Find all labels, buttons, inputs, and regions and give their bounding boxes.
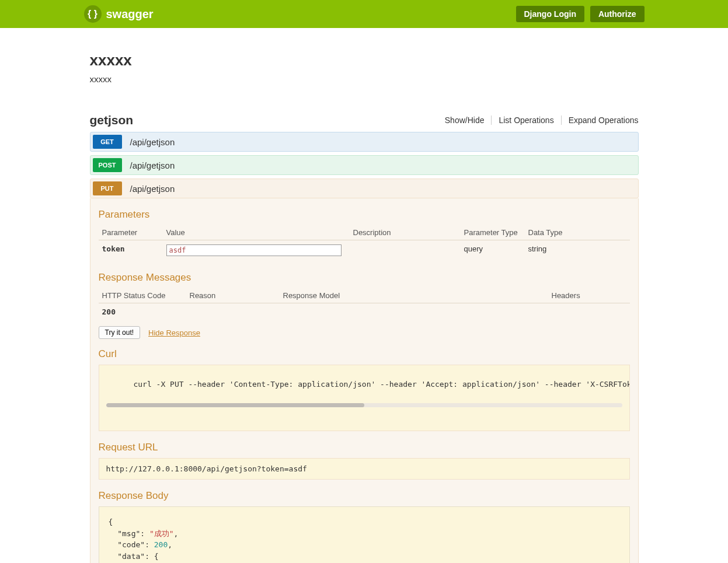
swagger-logo: { } swagger	[84, 5, 154, 23]
param-description	[350, 240, 461, 261]
operation-put-panel: Parameters Parameter Value Description P…	[90, 198, 639, 563]
operation-post-path[interactable]: /api/getjson	[122, 160, 175, 170]
hide-response-link[interactable]: Hide Response	[148, 328, 200, 337]
param-header-datatype: Data Type	[525, 225, 630, 240]
param-input-token[interactable]	[166, 244, 342, 256]
param-datatype: string	[525, 240, 630, 261]
response-body-heading: Response Body	[99, 490, 630, 502]
list-operations-link[interactable]: List Operations	[492, 116, 561, 125]
resp-status-code: 200	[99, 303, 186, 321]
django-login-button[interactable]: Django Login	[516, 6, 584, 22]
param-header-parameter: Parameter	[99, 225, 163, 240]
resource-name[interactable]: getjson	[90, 113, 134, 127]
resp-header-headers: Headers	[548, 288, 630, 303]
resp-model	[280, 303, 548, 321]
curl-scrollbar[interactable]	[106, 403, 622, 407]
param-header-description: Description	[350, 225, 461, 240]
request-url-block: http://127.0.0.1:8000/api/getjson?token=…	[99, 458, 630, 480]
curl-heading: Curl	[99, 348, 630, 360]
curl-block: curl -X PUT --header 'Content-Type: appl…	[99, 365, 630, 431]
curl-value: curl -X PUT --header 'Content-Type: appl…	[133, 380, 629, 389]
operation-get[interactable]: GET /api/getjson	[90, 132, 639, 152]
json-code-value: 200	[154, 540, 168, 549]
parameters-heading: Parameters	[99, 209, 630, 221]
operation-post[interactable]: POST /api/getjson	[90, 155, 639, 175]
response-row: 200	[99, 303, 630, 321]
param-header-type: Parameter Type	[461, 225, 525, 240]
parameter-row: token query string	[99, 240, 630, 261]
operation-put[interactable]: PUT /api/getjson	[90, 179, 639, 198]
response-messages-heading: Response Messages	[99, 272, 630, 284]
page-title: xxxxx	[90, 51, 639, 69]
operation-put-path[interactable]: /api/getjson	[122, 184, 175, 194]
swagger-logo-text: swagger	[106, 8, 154, 21]
operation-get-path[interactable]: /api/getjson	[122, 137, 175, 147]
param-header-value: Value	[163, 225, 350, 240]
response-body-block: { "msg": "成功", "code": 200, "data": { "t…	[99, 506, 630, 563]
parameters-table: Parameter Value Description Parameter Ty…	[99, 225, 630, 260]
param-name-token: token	[99, 240, 163, 261]
page-subtitle: xxxxx	[90, 74, 639, 84]
resp-reason	[186, 303, 280, 321]
top-header: { } swagger Django Login Authorize	[0, 0, 728, 28]
resp-header-status: HTTP Status Code	[99, 288, 186, 303]
response-messages-table: HTTP Status Code Reason Response Model H…	[99, 288, 630, 320]
json-msg-value: "成功"	[149, 529, 174, 538]
authorize-button[interactable]: Authorize	[590, 6, 645, 22]
resource-header: getjson Show/Hide List Operations Expand…	[90, 113, 639, 127]
method-badge-put: PUT	[93, 181, 122, 195]
method-badge-get: GET	[93, 135, 122, 149]
resp-headers-cell	[548, 303, 630, 321]
request-url-heading: Request URL	[99, 442, 630, 453]
param-type: query	[461, 240, 525, 261]
try-it-out-button[interactable]: Try it out!	[99, 326, 141, 339]
resp-header-model: Response Model	[280, 288, 548, 303]
swagger-logo-icon: { }	[84, 5, 102, 23]
expand-operations-link[interactable]: Expand Operations	[562, 116, 639, 125]
resp-header-reason: Reason	[186, 288, 280, 303]
show-hide-link[interactable]: Show/Hide	[438, 116, 492, 125]
method-badge-post: POST	[93, 158, 122, 172]
